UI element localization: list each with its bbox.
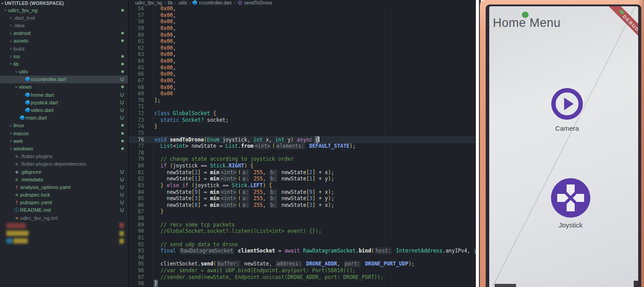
tree-item-redacted-1[interactable] (0, 222, 128, 229)
code-line-65[interactable]: 65 0x00, (129, 64, 476, 71)
code-line-89[interactable]: 89 // recv some tcp packets (129, 222, 476, 228)
tree-item--flutter-plugins[interactable]: ≡.flutter-plugins (0, 153, 128, 160)
code-line-97[interactable]: 97 //sender.send(newState, Endpoint.unic… (129, 274, 476, 281)
tree-item--gitignore[interactable]: ◈.gitignoreU (0, 168, 128, 176)
tree-item-pubspec-lock[interactable]: ≡pubspec.lockU (0, 191, 128, 199)
chevron-right-icon[interactable]: › (8, 146, 13, 151)
code-line-92[interactable]: 92 // send udp data to drone (129, 241, 476, 248)
code-line-95[interactable]: 95 clientSocket.send(buffer: newState, a… (129, 261, 476, 267)
code-line-86[interactable]: 86 newState[8] = min<int>(a: 255, b: new… (129, 202, 476, 209)
chevron-right-icon[interactable]: › (8, 31, 13, 36)
tree-item-build[interactable]: ›build (0, 45, 128, 52)
tree-item-redacted-3[interactable] (0, 237, 128, 245)
breadcrumb-item-lib[interactable]: lib (168, 0, 173, 5)
code-line-94[interactable]: 94 (129, 254, 476, 261)
code-line-74[interactable]: 74} (129, 123, 476, 130)
chevron-right-icon[interactable]: › (8, 123, 13, 128)
joystick-button[interactable]: Joystick (544, 178, 597, 229)
tree-item-readme-md[interactable]: ⓘREADME.mdU (0, 206, 128, 214)
code-line-60[interactable]: 60 0x00, (129, 32, 476, 39)
code-area[interactable]: 56 0x00,57 0x00,58 0x00,59 0x00,60 0x00,… (129, 5, 476, 287)
tree-item-pubspec-yaml[interactable]: !pubspec.yamlU (0, 199, 128, 206)
code-editor[interactable]: udirc_fpv_ng›lib›utils›rccontroller.dart… (129, 0, 476, 287)
tree-item-joystick-dart[interactable]: joystick.dartU (0, 99, 128, 106)
tree-item-linux[interactable]: ›linux (0, 122, 128, 129)
breadcrumb[interactable]: udirc_fpv_ng›lib›utils›rccontroller.dart… (129, 0, 476, 5)
code-line-78[interactable]: 78 (129, 150, 476, 156)
code-line-56[interactable]: 56 0x00, (129, 5, 476, 12)
tree-item-utils[interactable]: ›utils (0, 68, 128, 76)
code-line-61[interactable]: 61 0x00, (129, 38, 476, 45)
code-line-59[interactable]: 59 0x00, (129, 25, 476, 32)
breadcrumb-item-udirc-fpv-ng[interactable]: udirc_fpv_ng (135, 0, 162, 5)
code-line-72[interactable]: 72class GlobalSocket { (129, 110, 476, 117)
chevron-down-icon[interactable]: › (8, 61, 13, 67)
code-line-58[interactable]: 58 0x00, (129, 18, 476, 25)
workspace-header[interactable]: › UNTITLED (WORKSPACE) (0, 0, 128, 6)
breadcrumb-separator: › (234, 0, 235, 5)
code-line-88[interactable]: 88 (129, 215, 476, 222)
code-line-75[interactable]: 75 (129, 130, 476, 137)
code-line-84[interactable]: 84 newState[9] = min<int>(a: 255, b: new… (129, 189, 476, 196)
tree-item-macos[interactable]: ›macos (0, 129, 128, 137)
camera-button[interactable]: Camera (540, 87, 594, 132)
breadcrumb-item-sendtodrone[interactable]: sendToDrone (237, 0, 272, 5)
tree-item-lib[interactable]: ›lib (0, 60, 128, 68)
code-line-91[interactable]: 91 (129, 235, 476, 241)
tree-item--idea[interactable]: ›.idea (0, 21, 128, 29)
chevron-down-icon[interactable]: › (14, 69, 19, 74)
tree-item-assets[interactable]: ›assets (0, 37, 128, 45)
tree-item-udirc-fpv-ng-iml[interactable]: ≈udirc_fpv_ng.iml (0, 214, 128, 222)
code-line-81[interactable]: 81 newState[2] = min<int>(a: 255, b: new… (129, 169, 476, 176)
tree-item-ios[interactable]: ›ios (0, 52, 128, 60)
code-line-73[interactable]: 73 static Socket? socket; (129, 117, 476, 124)
tree-item--dart-tool[interactable]: ›.dart_tool (0, 14, 128, 21)
code-line-66[interactable]: 66 0x00, (129, 71, 476, 77)
chevron-down-icon[interactable]: › (3, 8, 8, 13)
code-line-70[interactable]: 70]; (129, 97, 476, 104)
code-line-69[interactable]: 69 0x00 (129, 90, 476, 97)
chevron-right-icon[interactable]: › (8, 39, 13, 43)
code-line-82[interactable]: 82 newState[1] = min<int>(a: 255, b: new… (129, 176, 476, 182)
tree-item-windows[interactable]: ›windows (0, 145, 128, 152)
chevron-right-icon[interactable]: › (8, 15, 13, 20)
breadcrumb-item-rccontroller-dart[interactable]: rccontroller.dart (193, 0, 231, 5)
code-line-90[interactable]: 90 //GlobalSocket.socket?.listen((List<i… (129, 228, 476, 235)
code-line-76[interactable]: 76void sendToDrone(Enum joystick, int x,… (129, 137, 476, 143)
code-line-67[interactable]: 67 0x00, (129, 77, 476, 84)
code-line-79[interactable]: 79 // change state according to joystick… (129, 156, 476, 163)
chevron-right-icon[interactable]: › (8, 138, 13, 143)
tree-item-rccontroller-dart[interactable]: rccontroller.dartU (0, 76, 128, 83)
tree-item--metadata[interactable]: ≡.metadataU (0, 176, 128, 183)
code-line-96[interactable]: 96 //var sender = await UDP.bind(Endpoin… (129, 267, 476, 274)
chevron-right-icon[interactable]: › (8, 131, 13, 136)
tree-item-analysis-options-yaml[interactable]: !analysis_options.yamlU (0, 183, 128, 191)
chevron-right-icon[interactable]: › (8, 54, 13, 59)
code-line-98[interactable]: 98} (129, 280, 476, 287)
tree-item-home-dart[interactable]: home.dartU (0, 91, 128, 99)
code-line-64[interactable]: 64 0x00, (129, 58, 476, 64)
tree-item-udirc-fpv-ng[interactable]: ›udirc_fpv_ng (0, 6, 128, 14)
code-line-93[interactable]: 93 final RawDatagramSocket clientSocket … (129, 248, 476, 254)
tree-item-web[interactable]: ›web (0, 137, 128, 145)
code-line-68[interactable]: 68 0x00, (129, 84, 476, 91)
code-line-83[interactable]: 83 } else if (joystick == Stick.LEFT) { (129, 182, 476, 189)
chevron-right-icon[interactable]: › (8, 23, 13, 28)
code-line-80[interactable]: 80 if (joystick == Stick.RIGHT) { (129, 163, 476, 169)
tree-item-video-dart[interactable]: video.dartU (0, 106, 128, 114)
chevron-right-icon[interactable]: › (8, 46, 13, 51)
code-line-77[interactable]: 77 List<int> newState = List.from<int>(e… (129, 143, 476, 150)
tree-item--flutter-plugins-dependencies[interactable]: ≡.flutter-plugins-dependencies (0, 160, 128, 168)
code-line-57[interactable]: 57 0x00, (129, 12, 476, 19)
code-line-87[interactable]: 87 } (129, 208, 476, 215)
code-line-85[interactable]: 85 newState[3] = min<int>(a: 255, b: new… (129, 195, 476, 202)
breadcrumb-item-utils[interactable]: utils (178, 0, 187, 5)
chevron-down-icon[interactable]: › (14, 84, 19, 90)
code-line-71[interactable]: 71 (129, 103, 476, 110)
tree-item-redacted-2[interactable] (0, 229, 128, 237)
tree-item-main-dart[interactable]: main.dartU (0, 114, 128, 122)
tree-item-android[interactable]: ›android (0, 30, 128, 37)
tree-item-views[interactable]: ›views (0, 83, 128, 91)
code-line-62[interactable]: 62 0x00, (129, 45, 476, 51)
code-line-63[interactable]: 63 0x00, (129, 51, 476, 58)
